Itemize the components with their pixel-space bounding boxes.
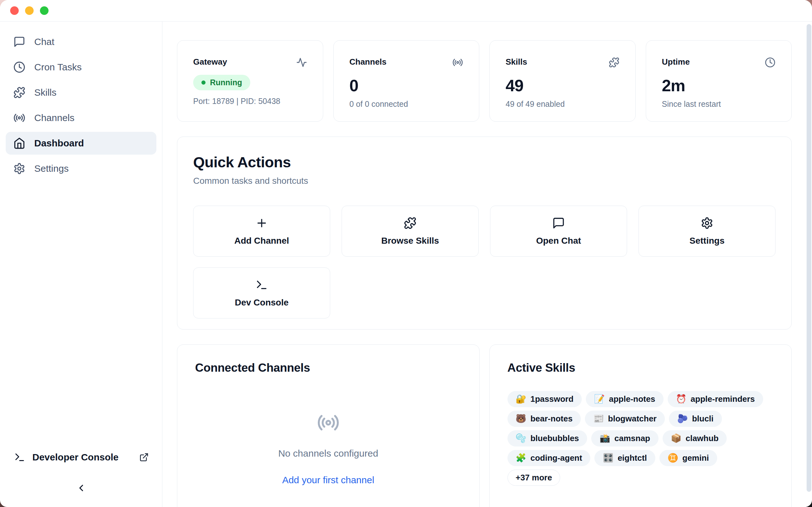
sidebar-item-label: Cron Tasks <box>34 62 82 72</box>
skill-name: apple-reminders <box>691 394 755 404</box>
add-channel-label: Add Channel <box>235 236 289 246</box>
sidebar-footer: Developer Console <box>0 452 162 494</box>
stat-title: Channels <box>350 57 387 67</box>
add-first-channel-link[interactable]: Add your first channel <box>282 475 374 486</box>
skill-name: 1password <box>530 394 573 404</box>
gateway-status-badge: Running <box>193 75 250 90</box>
newspaper-emoji-icon: 📰 <box>593 414 604 423</box>
skill-chip-eightctl[interactable]: 🎛️eightctl <box>595 450 655 466</box>
window-titlebar <box>0 0 812 21</box>
settings-button[interactable]: Settings <box>639 206 775 257</box>
app-body: Chat Cron Tasks Skills Channels Dashboar… <box>0 21 812 507</box>
alarm-emoji-icon: ⏰ <box>676 395 687 403</box>
channels-empty-state: No channels configured Add your first ch… <box>195 375 461 486</box>
uptime-value: 2m <box>662 77 776 94</box>
more-skills-button[interactable]: +37 more <box>507 469 560 486</box>
collapse-row <box>0 483 162 494</box>
close-window-button[interactable] <box>10 6 19 15</box>
sidebar-item-dashboard[interactable]: Dashboard <box>6 132 156 155</box>
stat-title: Skills <box>506 57 527 67</box>
open-chat-button[interactable]: Open Chat <box>490 206 627 257</box>
chat-icon <box>552 217 565 229</box>
gateway-stat-card: Gateway Running Port: 18789 | PID: 50438 <box>177 40 323 122</box>
memo-emoji-icon: 📝 <box>594 395 605 403</box>
camera-emoji-icon: 📸 <box>600 434 610 443</box>
skill-chip-apple-reminders[interactable]: ⏰apple-reminders <box>668 391 763 407</box>
sidebar-item-label: Dashboard <box>34 138 84 149</box>
activity-icon <box>296 57 307 68</box>
bottom-section: Connected Channels No channels configure… <box>177 344 792 507</box>
zoom-window-button[interactable] <box>40 6 49 15</box>
gateway-port-pid: Port: 18789 | PID: 50438 <box>193 97 307 106</box>
sidebar-item-skills[interactable]: Skills <box>6 81 156 104</box>
plus-icon <box>255 217 268 229</box>
terminal-icon <box>255 279 268 291</box>
sidebar-item-chat[interactable]: Chat <box>6 31 156 53</box>
skill-name: clawhub <box>686 434 718 443</box>
active-skills-title: Active Skills <box>507 361 774 375</box>
sidebar: Chat Cron Tasks Skills Channels Dashboar… <box>0 21 162 507</box>
skill-chip-blogwatcher[interactable]: 📰blogwatcher <box>585 411 665 427</box>
package-emoji-icon: 📦 <box>671 434 681 443</box>
collapse-sidebar-button[interactable] <box>76 483 87 494</box>
chat-icon <box>13 36 26 48</box>
active-skills-card: Active Skills 🔐1password 📝apple-notes ⏰a… <box>490 344 792 507</box>
skill-chip-bluebubbles[interactable]: 🫧bluebubbles <box>507 430 588 447</box>
skill-chip-bear-notes[interactable]: 🐻bear-notes <box>507 411 581 427</box>
sidebar-item-label: Settings <box>34 163 68 174</box>
skill-chip-gemini[interactable]: ♊gemini <box>659 450 717 466</box>
quick-actions-subtitle: Common tasks and shortcuts <box>193 176 775 186</box>
gateway-status-text: Running <box>210 78 242 87</box>
connected-channels-title: Connected Channels <box>195 361 461 375</box>
bubbles-emoji-icon: 🫧 <box>516 434 526 443</box>
browse-skills-button[interactable]: Browse Skills <box>342 206 478 257</box>
uptime-stat-card: Uptime 2m Since last restart <box>646 40 792 122</box>
quick-actions-grid: Add Channel Browse Skills Open Chat Sett… <box>193 206 775 319</box>
skill-name: eightctl <box>618 453 647 463</box>
dev-console-button[interactable]: Dev Console <box>193 268 330 319</box>
skills-caption: 49 of 49 enabled <box>506 100 619 109</box>
add-channel-button[interactable]: Add Channel <box>193 206 330 257</box>
skill-chips: 🔐1password 📝apple-notes ⏰apple-reminders… <box>507 391 774 486</box>
dev-console-label: Dev Console <box>235 297 289 308</box>
puzzle-icon <box>609 57 619 68</box>
skill-name: bear-notes <box>530 414 572 424</box>
radio-icon <box>13 112 26 124</box>
skill-name: bluebubbles <box>530 434 579 443</box>
skill-name: blucli <box>692 414 714 424</box>
skills-count: 49 <box>506 77 619 94</box>
no-channels-text: No channels configured <box>278 448 378 459</box>
lock-emoji-icon: 🔐 <box>516 395 526 403</box>
skill-chip-blucli[interactable]: 🫐blucli <box>669 411 722 427</box>
gear-icon <box>701 217 713 229</box>
developer-console-button[interactable]: Developer Console <box>0 452 162 463</box>
home-icon <box>13 137 26 149</box>
clock-icon <box>765 57 775 68</box>
skill-chip-coding-agent[interactable]: 🧩coding-agent <box>507 450 591 466</box>
sidebar-item-cron-tasks[interactable]: Cron Tasks <box>6 56 156 78</box>
channels-stat-card: Channels 0 0 of 0 connected <box>334 40 479 122</box>
uptime-caption: Since last restart <box>662 100 776 109</box>
stat-title: Gateway <box>193 57 227 67</box>
blueberries-emoji-icon: 🫐 <box>677 414 688 423</box>
terminal-icon <box>14 452 26 463</box>
puzzle-icon <box>13 87 26 99</box>
skill-chip-camsnap[interactable]: 📸camsnap <box>591 430 658 447</box>
channels-count: 0 <box>350 77 463 94</box>
skill-chip-clawhub[interactable]: 📦clawhub <box>663 430 727 447</box>
sidebar-item-channels[interactable]: Channels <box>6 107 156 129</box>
chevron-left-icon <box>76 483 87 493</box>
vertical-scrollbar[interactable] <box>807 24 811 492</box>
minimize-window-button[interactable] <box>25 6 34 15</box>
sidebar-nav: Chat Cron Tasks Skills Channels Dashboar… <box>0 31 162 180</box>
skill-chip-1password[interactable]: 🔐1password <box>507 391 582 407</box>
skill-chip-apple-notes[interactable]: 📝apple-notes <box>586 391 664 407</box>
stats-row: Gateway Running Port: 18789 | PID: 50438… <box>177 40 792 122</box>
puzzle-emoji-icon: 🧩 <box>516 454 526 462</box>
sidebar-item-settings[interactable]: Settings <box>6 157 156 180</box>
control-knobs-emoji-icon: 🎛️ <box>603 454 613 462</box>
sidebar-item-label: Channels <box>34 112 74 123</box>
external-link-icon <box>139 452 149 462</box>
running-dot-icon <box>201 80 206 84</box>
bear-emoji-icon: 🐻 <box>516 414 526 423</box>
